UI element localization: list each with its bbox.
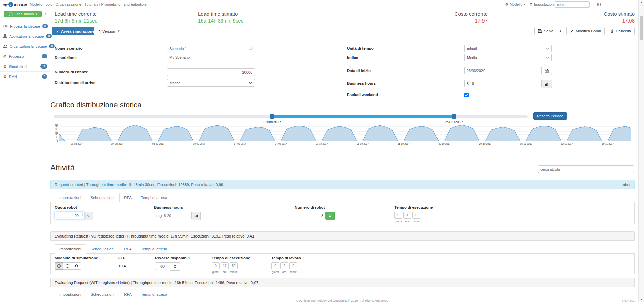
descrizione-textarea[interactable]: My Scenario — [167, 54, 255, 66]
count-badge: 0 — [42, 54, 47, 58]
distribuzione-select[interactable]: storica — [167, 79, 255, 87]
model-menu[interactable]: ⚙ Modello ▾ — [505, 2, 525, 6]
activity-header-evaluating-with[interactable]: Evaluating Request (WITH registered lett… — [50, 278, 635, 287]
start-simulation-button[interactable]: Avvia simulazione — [52, 27, 98, 35]
apps-grid-icon[interactable] — [597, 3, 601, 6]
edit-bpmn-button[interactable]: Modifica Bpmn — [566, 27, 605, 35]
calendar-icon — [545, 69, 549, 73]
svg-text:24-09-2017: 24-09-2017 — [275, 143, 287, 145]
number-spinner[interactable]: ▴ ▾ — [82, 212, 83, 216]
minuti-input[interactable] — [412, 212, 420, 219]
period-slider-handle-start[interactable] — [270, 114, 274, 119]
stat-costo-corrente: Costo corrente 17,97 — [420, 11, 488, 24]
tab-tempi-di-attesa[interactable]: Tempi di attesa — [136, 290, 172, 299]
stat-lead-time-stimato: Lead time stimato 16d 14h 39min 9sec — [198, 11, 243, 24]
tab-schedulazioni[interactable]: Schedulazioni — [86, 244, 120, 254]
risorse-disponibili-input[interactable] — [155, 262, 170, 270]
tab-tempi-di-attesa[interactable]: Tempi di attesa — [136, 193, 172, 202]
sidebar-item-application-landscape[interactable]: Application landscape 0 — [0, 31, 50, 41]
rpa-business-hours-chart-button[interactable] — [192, 212, 201, 220]
tab-impostazioni[interactable]: Impostazioni — [55, 193, 86, 202]
sidebar-item-processo[interactable]: ⚙ Processo 0 — [0, 51, 50, 61]
descrizione-label: Descrizione — [55, 56, 77, 60]
scrollbar-thumb[interactable] — [640, 16, 643, 40]
settings-menu[interactable]: ⚙ Impostazioni — [529, 2, 555, 6]
quota-robot-input[interactable] — [55, 212, 84, 219]
tempo-esecuzione-units: giorni ore minuti — [394, 220, 420, 223]
data-inizio-input[interactable] — [464, 67, 542, 74]
app-logo[interactable]: myinvenio — [3, 2, 27, 7]
mode-hourglass-button[interactable] — [63, 262, 72, 270]
tab-rpa[interactable]: RPA — [119, 244, 136, 254]
tab-schedulazioni[interactable]: Schedulazioni — [86, 290, 120, 299]
unita-tempo-select[interactable]: minuti — [464, 45, 552, 52]
robot-config-button[interactable]: ⚙ — [326, 212, 335, 220]
global-search-input[interactable] — [555, 1, 590, 8]
giorni-input[interactable] — [394, 212, 402, 219]
resources-button[interactable] — [170, 262, 180, 271]
business-hours-field — [464, 80, 552, 88]
giorni-input[interactable] — [271, 262, 279, 269]
create-new-button[interactable]: + Crea nuovo ▾ — [4, 11, 42, 17]
sidebar-item-dmn[interactable]: ⚙ DMN 0 — [0, 71, 50, 81]
mode-clock-button[interactable] — [55, 262, 63, 270]
ore-input[interactable] — [403, 212, 411, 219]
calendar-button[interactable] — [542, 67, 552, 75]
minuti-input[interactable] — [289, 262, 297, 269]
indice-select[interactable]: Media — [464, 54, 552, 61]
business-hours-input[interactable] — [464, 80, 542, 87]
data-inizio-field — [464, 67, 552, 75]
save-button[interactable]: Salva — [534, 27, 557, 35]
tab-rpa[interactable]: RPA — [119, 193, 136, 202]
breadcrumb: Modello : pplu | Organizzazione : Tutori… — [30, 2, 147, 6]
tab-impostazioni[interactable]: Impostazioni — [55, 244, 86, 254]
modalita-simulazione-buttons: ⚙ — [55, 262, 81, 270]
mode-gear-button[interactable]: ⚙ — [72, 262, 81, 270]
delete-button[interactable]: Cancella — [607, 27, 635, 35]
version-text: 1.6.4.1s1 — [622, 299, 635, 302]
sidebar-item-process-landscape[interactable]: ⚙⚙ Process landscape 0 — [0, 21, 50, 31]
activity-header-text: Evaluating Request (NO registered letter… — [55, 234, 254, 238]
activity3-tabs: Impostazioni Schedulazioni RPA Tempi di … — [50, 289, 635, 299]
nome-scenario-input[interactable] — [167, 45, 255, 52]
tab-rpa[interactable]: RPA — [119, 290, 136, 299]
minuti-input[interactable] — [230, 262, 238, 269]
chevron-down-icon — [249, 82, 252, 84]
rpa-business-hours-input[interactable] — [154, 212, 192, 219]
svg-text:27-08-2017: 27-08-2017 — [111, 143, 124, 145]
numero-istanze-label: Numero di istanze — [55, 70, 88, 74]
tab-schedulazioni[interactable]: Schedulazioni — [86, 193, 120, 202]
giorni-input[interactable] — [212, 262, 220, 269]
ore-input[interactable] — [280, 262, 288, 269]
escludi-weekend-checkbox[interactable] — [464, 93, 469, 97]
activity-header-request-created[interactable]: Request created | Throughput time medio:… — [50, 180, 635, 189]
save-button-group: Salva ▾ — [534, 27, 564, 35]
period-slider-handle-end[interactable] — [452, 114, 456, 119]
sidebar-collapse-icon[interactable]: ‹ — [44, 11, 46, 16]
logo-text-my: my — [3, 2, 8, 7]
ore-input[interactable] — [221, 262, 229, 269]
numero-robot-label: Numero di robot — [295, 205, 325, 209]
activity-search-input[interactable] — [538, 165, 634, 173]
tab-impostazioni[interactable]: Impostazioni — [55, 290, 86, 299]
tab-tempi-di-attesa[interactable]: Tempi di attesa — [136, 244, 172, 254]
minuti-unit: minuti — [230, 270, 238, 274]
period-slider-selected-range[interactable] — [272, 115, 454, 118]
sidebar-item-simulazioni[interactable]: ⚙ Simulazioni 11 — [0, 61, 50, 71]
spinner-down-icon: ▾ — [82, 214, 83, 216]
scrollbar-down-icon[interactable]: ▼ — [639, 297, 644, 302]
scrollbar-up-icon[interactable]: ▲ — [639, 0, 644, 5]
distribution-chart: 02040608010012014016018020020-08-201727-… — [50, 124, 635, 146]
quota-robot-label: Quota robot — [55, 205, 77, 209]
activity-header-evaluating-no[interactable]: Evaluating Request (NO registered letter… — [50, 231, 635, 241]
tempo-lavoro-units: giorni ore minuti — [271, 270, 297, 274]
stat-value: 17,97 — [420, 18, 488, 24]
reset-period-button[interactable]: Resetta Periodo — [533, 112, 567, 120]
versions-button[interactable]: ↺ Versioni ▾ — [94, 27, 123, 35]
business-hours-chart-button[interactable] — [542, 80, 552, 88]
numero-istanze-input[interactable] — [167, 68, 255, 76]
numero-robot-input[interactable] — [295, 212, 326, 219]
save-dropdown-button[interactable]: ▾ — [557, 27, 564, 35]
vertical-scrollbar[interactable]: ▲ ▼ — [638, 0, 644, 302]
sidebar-item-organization-landscape[interactable]: Organization landscape 0 — [0, 41, 50, 51]
